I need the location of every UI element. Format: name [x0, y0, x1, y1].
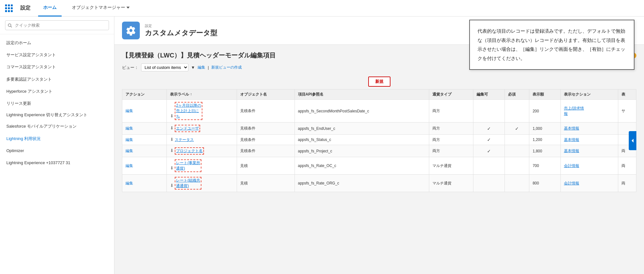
chevron-down-icon	[126, 7, 130, 9]
gear-icon	[126, 25, 136, 36]
sort-icon-row5: ⬇	[170, 165, 174, 170]
search-icon	[8, 23, 12, 28]
sidebar-item-home[interactable]: 設定のホーム	[0, 37, 114, 49]
label-link-row5[interactable]: レート(事業所通貨)	[176, 161, 200, 170]
label-link-row2[interactable]: エンドユーザ	[176, 126, 199, 130]
dashed-label-row4: プロジェクト名	[175, 147, 204, 155]
section-link-row1[interactable]: 売上/請求情報	[564, 106, 584, 116]
view-select[interactable]: List of custom items	[141, 63, 188, 71]
col-section: 表示セクション	[560, 90, 618, 100]
sort-icon-row4: ⬇	[170, 148, 174, 153]
sidebar-item-service[interactable]: サービス設定アシスタント	[0, 49, 114, 61]
col-editable: 編集可	[473, 90, 505, 100]
new-btn-row: 新規	[122, 77, 636, 87]
label-link-row6[interactable]: レート(組織共通通貨)	[176, 178, 200, 188]
tab-object-manager[interactable]: オブジェクトマネージャー	[67, 0, 135, 17]
new-button[interactable]: 新規	[368, 77, 390, 87]
dashed-label-row5: レート(事業所通貨)	[175, 159, 201, 172]
search-input[interactable]	[5, 20, 109, 30]
tab-home[interactable]: ホーム	[38, 0, 62, 17]
table-row: 編集 ⬇ レート(組織共通通貨) 見積 appsfs_fs_Rate_ORG_c…	[122, 175, 636, 192]
content-area: 代表的な項目のレコードは登録済みです。ただし、デフォルトで無効な（項目が表示され…	[114, 17, 644, 274]
page-title: 【見積登録（LWC）】見積ヘッダーモーダル編集項目	[122, 51, 276, 60]
col-object: オブジェクト名	[237, 90, 295, 100]
sidebar-search-area	[0, 17, 114, 34]
edit-link-row1[interactable]: 編集	[125, 109, 133, 113]
section-link-row4[interactable]: 基本情報	[564, 149, 579, 153]
col-extra: 表	[618, 90, 636, 100]
edit-link-row2[interactable]: 編集	[125, 126, 133, 130]
svg-marker-2	[632, 139, 634, 143]
sidebar-item-commerce[interactable]: コマース設定アシスタント	[0, 61, 114, 73]
sort-icon-row2: ⬇	[170, 125, 174, 130]
section-link-row3[interactable]: 基本情報	[564, 137, 579, 142]
sidebar-nav: 設定のホーム サービス設定アシスタント コマース設定アシスタント 多要素認証アシ…	[0, 34, 114, 274]
app-launcher-icon[interactable]	[5, 4, 13, 12]
table-row: 編集 ⬇ 2ヶ月目以降の売上計上日にち 見積条件 appsfs_fs_Secon…	[122, 100, 636, 123]
table-header-row: アクション 表示ラベル ↑ オブジェクト名 項目API参照名 通貨タイプ 編集可…	[122, 90, 636, 100]
sidebar-item-hyperforce[interactable]: Hyperforce アシスタント	[0, 85, 114, 97]
sidebar-item-salesforce-mobile[interactable]: Salesforce モバイルアプリケーション	[0, 120, 114, 132]
sidebar-item-mfa[interactable]: 多要素認証アシスタント	[0, 73, 114, 85]
table-wrapper: アクション 表示ラベル ↑ オブジェクト名 項目API参照名 通貨タイプ 編集可…	[122, 89, 636, 192]
svg-point-0	[8, 23, 11, 26]
edit-link-row6[interactable]: 編集	[125, 181, 133, 185]
col-action: アクション	[122, 90, 167, 100]
sidebar-item-lightning-switch[interactable]: Lightning Experience 切り替えアシスタント	[0, 110, 114, 120]
new-view-link[interactable]: 新規ビューの作成	[211, 65, 242, 70]
top-nav: 設定 ホーム オブジェクトマネージャー	[0, 0, 644, 17]
scroll-left-icon	[631, 139, 634, 143]
edit-link-row4[interactable]: 編集	[125, 149, 133, 153]
section-link-row2[interactable]: 基本情報	[564, 126, 579, 130]
dashed-label-row2: エンドユーザ	[175, 125, 200, 132]
col-currency-type: 通貨タイプ	[429, 90, 473, 100]
col-required: 必須	[505, 90, 529, 100]
section-link-row5[interactable]: 会計情報	[564, 164, 579, 168]
scroll-tab[interactable]	[629, 131, 636, 150]
sort-icon-row3: ⬇	[170, 137, 174, 142]
page-header-text: 設定 カスタムメタデータ型	[145, 23, 217, 38]
sidebar-item-lightning-usage[interactable]: Lightning 利用状況	[0, 133, 114, 145]
table-row: 編集 ⬇ ステータス 見積条件 appsfs_fs_Status_c 両方 ✓ …	[122, 135, 636, 145]
table-row: 編集 ⬇ レート(事業所通貨) 見積 appsfs_fs_Rate_OC_c マ…	[122, 157, 636, 175]
dashed-label-row6: レート(組織共通通貨)	[175, 177, 201, 190]
dashed-label-row1: 2ヶ月目以降の売上計上日にち	[175, 102, 202, 120]
sidebar-item-optimizer[interactable]: Optimizer	[0, 145, 114, 157]
table-row: 編集 ⬇ プロジェクト名 見積条件 appsfs_fs_Project_c 両方…	[122, 145, 636, 157]
edit-link-row5[interactable]: 編集	[125, 164, 133, 168]
sort-icon-row1: ⬇	[170, 113, 174, 118]
tooltip-box: 代表的な項目のレコードは登録済みです。ただし、デフォルトで無効な（項目が表示され…	[469, 20, 634, 70]
svg-line-1	[11, 26, 12, 27]
label-link-row4[interactable]: プロジェクト名	[176, 149, 203, 153]
app-title: 設定	[20, 5, 31, 11]
label-link-row3[interactable]: ステータス	[175, 137, 194, 142]
section-link-row6[interactable]: 会計情報	[564, 181, 579, 185]
sidebar-item-release[interactable]: リリース更新	[0, 97, 114, 110]
edit-link-row3[interactable]: 編集	[125, 137, 133, 142]
gear-icon-box	[122, 22, 140, 39]
view-edit-link[interactable]: 編集	[198, 65, 205, 70]
sort-icon-row6: ⬇	[170, 183, 174, 188]
data-table: アクション 表示ラベル ↑ オブジェクト名 項目API参照名 通貨タイプ 編集可…	[122, 89, 636, 192]
label-link-row1[interactable]: 2ヶ月目以降の売上計上日にち	[176, 103, 201, 118]
table-row: 編集 ⬇ エンドユーザ 見積条件 appsfs_fs_EndUser_c 両方 …	[122, 123, 636, 135]
col-order: 表示順	[529, 90, 560, 100]
sidebar: 設定のホーム サービス設定アシスタント コマース設定アシスタント 多要素認証アシ…	[0, 17, 114, 274]
sidebar-item-lightning-exp[interactable]: Lightning Experience +1037727 31	[0, 157, 114, 169]
col-api: 項目API参照名	[295, 90, 429, 100]
col-label[interactable]: 表示ラベル ↑	[166, 90, 237, 100]
